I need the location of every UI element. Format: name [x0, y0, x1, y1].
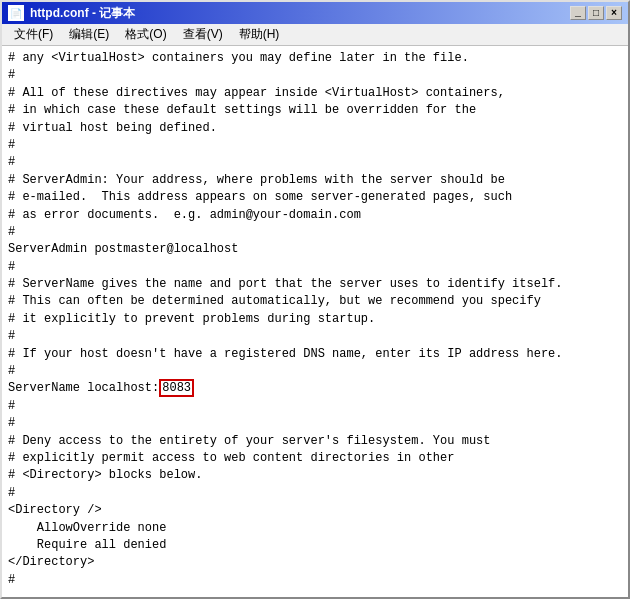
menu-file[interactable]: 文件(F)	[6, 24, 61, 45]
text-line: # virtual host being defined.	[8, 120, 622, 137]
text-line: # in which case these default settings w…	[8, 102, 622, 119]
text-line: # <Directory> blocks below.	[8, 467, 622, 484]
close-button[interactable]: ×	[606, 6, 622, 20]
title-bar-left: 📄 httpd.conf - 记事本	[8, 5, 135, 22]
menu-bar: 文件(F) 编辑(E) 格式(O) 查看(V) 帮助(H)	[2, 24, 628, 46]
text-line: </Directory>	[8, 554, 622, 571]
text-line: #	[8, 259, 622, 276]
text-line: <Directory />	[8, 502, 622, 519]
text-line: # e-mailed. This address appears on some…	[8, 189, 622, 206]
highlight-port: 8083	[159, 379, 194, 397]
text-line: #	[8, 328, 622, 345]
app-icon: 📄	[8, 5, 24, 21]
title-bar-controls: _ □ ×	[570, 6, 622, 20]
text-line: #	[8, 137, 622, 154]
text-line: #	[8, 67, 622, 84]
window-title: httpd.conf - 记事本	[30, 5, 135, 22]
text-line: Require all denied	[8, 537, 622, 554]
text-line: # it explicitly to prevent problems duri…	[8, 311, 622, 328]
main-window: 📄 httpd.conf - 记事本 _ □ × 文件(F) 编辑(E) 格式(…	[0, 0, 630, 599]
text-line: ServerAdmin postmaster@localhost	[8, 241, 622, 258]
text-line: # as error documents. e.g. admin@your-do…	[8, 207, 622, 224]
maximize-button[interactable]: □	[588, 6, 604, 20]
text-line: #	[8, 398, 622, 415]
text-line: #	[8, 485, 622, 502]
text-line: # any <VirtualHost> containers you may d…	[8, 50, 622, 67]
text-line: # Deny access to the entirety of your se…	[8, 433, 622, 450]
menu-edit[interactable]: 编辑(E)	[61, 24, 117, 45]
text-content[interactable]: # any <VirtualHost> containers you may d…	[2, 46, 628, 597]
menu-view[interactable]: 查看(V)	[175, 24, 231, 45]
text-line: # explicitly permit access to web conten…	[8, 450, 622, 467]
menu-format[interactable]: 格式(O)	[117, 24, 174, 45]
text-line: # This can often be determined automatic…	[8, 293, 622, 310]
text-line: #	[8, 572, 622, 589]
text-line: # All of these directives may appear ins…	[8, 85, 622, 102]
text-line: #	[8, 363, 622, 380]
text-line: #	[8, 154, 622, 171]
menu-help[interactable]: 帮助(H)	[231, 24, 288, 45]
text-line: ServerName localhost:8083	[8, 380, 622, 397]
text-line: # If your host doesn't have a registered…	[8, 346, 622, 363]
text-line: #	[8, 415, 622, 432]
text-line: # ServerName gives the name and port tha…	[8, 276, 622, 293]
text-line: AllowOverride none	[8, 520, 622, 537]
minimize-button[interactable]: _	[570, 6, 586, 20]
title-bar: 📄 httpd.conf - 记事本 _ □ ×	[2, 2, 628, 24]
text-line: # ServerAdmin: Your address, where probl…	[8, 172, 622, 189]
text-line: #	[8, 224, 622, 241]
